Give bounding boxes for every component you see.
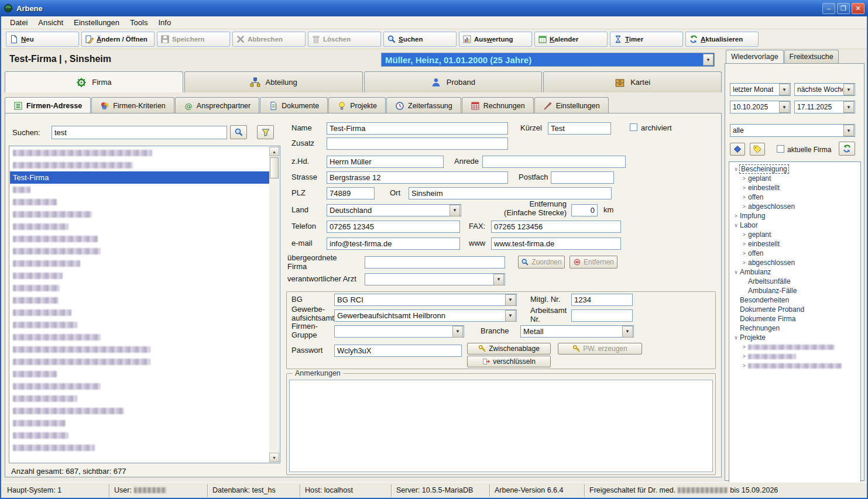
tree-item-bescheinigung[interactable]: ∨Bescheinigung	[730, 164, 860, 174]
tree-item-dokumente-firma[interactable]: Dokumente Firma	[730, 314, 860, 324]
mitgl-nr-input[interactable]	[571, 294, 633, 306]
company-list-item[interactable]	[10, 442, 269, 454]
tree-item-arbeitsunfälle[interactable]: Arbeitsunfälle	[730, 277, 860, 286]
bg-combobox[interactable]: BG RCI ▼	[334, 294, 517, 306]
tab-wiedervorlage[interactable]: Wiedervorlage	[726, 50, 784, 63]
postfach-input[interactable]	[551, 171, 614, 184]
chevron-collapsed-icon[interactable]: >	[740, 260, 748, 266]
email-input[interactable]	[327, 238, 460, 250]
tab-firma[interactable]: Firma	[5, 71, 183, 92]
verschluesseln-button[interactable]: verschlüsseln	[467, 356, 551, 367]
passwort-input[interactable]	[334, 345, 462, 357]
date-to-picker[interactable]: 17.11.2025 ▼	[794, 101, 855, 113]
diamond-button[interactable]	[730, 143, 745, 156]
tree-item-abgeschlossen[interactable]: >abgeschlossen	[730, 202, 860, 211]
tree-item-abgeschlossen[interactable]: >abgeschlossen	[730, 258, 860, 267]
chevron-collapsed-icon[interactable]: >	[740, 232, 748, 238]
tab-abteilung[interactable]: Abteilung	[184, 71, 363, 92]
dropdown-arrow-icon[interactable]: ▼	[843, 125, 854, 136]
archiviert-checkbox[interactable]	[630, 123, 637, 131]
tree-item-geplant[interactable]: >geplant	[730, 174, 860, 183]
tab-kartei[interactable]: Kartei	[543, 71, 722, 92]
tree-item[interactable]: >	[730, 352, 860, 361]
tag-button[interactable]	[750, 143, 765, 156]
toolbar-button-kalender[interactable]: Kalender	[534, 32, 608, 47]
www-input[interactable]	[491, 238, 621, 250]
tree-item[interactable]: >	[730, 361, 860, 370]
company-list-item[interactable]	[10, 331, 269, 343]
scroll-up-icon[interactable]: ▲	[269, 147, 279, 156]
tab-rechnungen[interactable]: Rechnungen	[462, 97, 534, 113]
company-list-item[interactable]	[10, 405, 269, 417]
tree-item-rechnungen[interactable]: Rechnungen	[730, 324, 860, 333]
arbeitsamt-nr-input[interactable]	[571, 309, 633, 322]
plz-input[interactable]	[327, 187, 375, 199]
chevron-expanded-icon[interactable]: ∨	[732, 222, 740, 228]
tree-item-dokumente-proband[interactable]: Dokumente Proband	[730, 305, 860, 314]
tree-item-einbestellt[interactable]: >einbestellt	[730, 183, 860, 192]
minimize-button[interactable]: –	[822, 3, 835, 14]
maximize-button[interactable]: ❐	[837, 3, 850, 14]
gewerbeaufsichtsamt-combobox[interactable]: Gewerbeaufsichtsamt Heilbronn ▼	[334, 309, 517, 322]
tab-proband[interactable]: Proband	[364, 71, 543, 92]
tab-firmen-kriterien[interactable]: Firmen-Kriterien	[91, 97, 174, 113]
company-list-item[interactable]	[10, 307, 269, 319]
period-from-combobox[interactable]: letzter Monat ▼	[730, 83, 791, 96]
menu-datei[interactable]: Datei	[5, 17, 33, 28]
filter-button[interactable]	[257, 125, 274, 139]
chevron-collapsed-icon[interactable]: >	[740, 363, 748, 369]
company-list-item[interactable]	[10, 319, 269, 331]
telefon-input[interactable]	[327, 221, 460, 233]
tree-item-impfung[interactable]: >Impfung	[730, 211, 860, 221]
company-list-item[interactable]	[10, 221, 269, 233]
tab-zeiterfassung[interactable]: Zeiterfassung	[386, 97, 461, 113]
toolbar-button-ändern-öffnen[interactable]: Ändern / Öffnen	[81, 32, 155, 47]
chevron-collapsed-icon[interactable]: >	[740, 353, 748, 359]
anrede-input[interactable]	[482, 156, 626, 168]
chevron-collapsed-icon[interactable]: >	[740, 344, 748, 350]
dropdown-arrow-icon[interactable]: ▼	[622, 326, 633, 338]
chevron-collapsed-icon[interactable]: >	[740, 175, 748, 181]
kuerzel-input[interactable]	[548, 122, 611, 135]
company-list-item[interactable]	[10, 356, 269, 368]
company-list-item[interactable]	[10, 245, 269, 257]
dropdown-arrow-icon[interactable]: ▼	[450, 205, 460, 216]
company-list-item[interactable]	[10, 208, 269, 221]
zwischenablage-button[interactable]: Zwischenablage	[467, 343, 551, 355]
toolbar-button-suchen[interactable]: Suchen	[383, 32, 457, 47]
tree-item-einbestellt[interactable]: >einbestellt	[730, 239, 860, 249]
company-list-item[interactable]	[10, 184, 269, 196]
dropdown-arrow-icon[interactable]: ▼	[452, 326, 463, 338]
land-combobox[interactable]: Deutschland ▼	[327, 204, 461, 216]
search-button[interactable]	[230, 125, 247, 139]
fax-input[interactable]	[491, 221, 621, 233]
ort-input[interactable]	[409, 187, 612, 199]
dropdown-arrow-icon[interactable]: ▼	[843, 84, 854, 95]
dropdown-arrow-icon[interactable]: ▼	[505, 310, 516, 322]
company-list-item[interactable]	[10, 417, 269, 429]
company-list-item[interactable]	[10, 368, 269, 380]
tree-item-ambulanz[interactable]: ∨Ambulanz	[730, 267, 860, 277]
company-list-item[interactable]	[10, 147, 269, 159]
company-list-item[interactable]	[10, 159, 269, 171]
anmerkungen-textarea[interactable]	[289, 380, 713, 472]
tree-item-geplant[interactable]: >geplant	[730, 230, 860, 239]
branche-combobox[interactable]: Metall ▼	[520, 325, 634, 338]
chevron-expanded-icon[interactable]: ∨	[732, 166, 740, 172]
dropdown-arrow-icon[interactable]: ▼	[779, 84, 790, 95]
name-input[interactable]	[327, 122, 508, 135]
dropdown-arrow-icon[interactable]: ▼	[505, 294, 516, 306]
tab-projekte[interactable]: Projekte	[328, 97, 386, 113]
company-list-item[interactable]	[10, 380, 269, 393]
chevron-collapsed-icon[interactable]: >	[740, 194, 748, 200]
chevron-collapsed-icon[interactable]: >	[740, 241, 748, 247]
company-list-item[interactable]: Test-Firma	[10, 171, 269, 184]
aktuelle-firma-checkbox[interactable]	[777, 145, 784, 153]
period-to-combobox[interactable]: nächste Woche ▼	[794, 83, 855, 96]
scrollbar-thumb[interactable]	[270, 157, 279, 178]
company-list-item[interactable]	[10, 393, 269, 405]
company-list-item[interactable]	[10, 429, 269, 442]
chevron-collapsed-icon[interactable]: >	[740, 185, 748, 191]
verantwortlicher-arzt-combobox[interactable]: ▼	[365, 273, 505, 285]
company-list-item[interactable]	[10, 196, 269, 208]
